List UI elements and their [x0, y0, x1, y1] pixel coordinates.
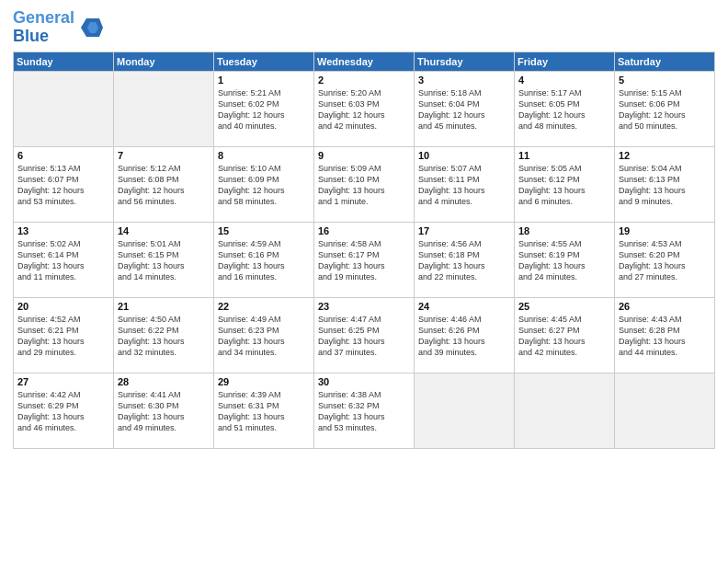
calendar-cell: 14Sunrise: 5:01 AM Sunset: 6:15 PM Dayli…	[114, 222, 214, 297]
cell-info: Sunrise: 4:46 AM Sunset: 6:26 PM Dayligh…	[418, 314, 510, 359]
calendar-cell	[114, 71, 214, 146]
cell-info: Sunrise: 4:55 AM Sunset: 6:19 PM Dayligh…	[518, 238, 610, 283]
calendar-cell: 19Sunrise: 4:53 AM Sunset: 6:20 PM Dayli…	[615, 222, 715, 297]
calendar-cell: 4Sunrise: 5:17 AM Sunset: 6:05 PM Daylig…	[515, 71, 615, 146]
calendar-cell: 5Sunrise: 5:15 AM Sunset: 6:06 PM Daylig…	[615, 71, 715, 146]
cell-info: Sunrise: 4:39 AM Sunset: 6:31 PM Dayligh…	[218, 389, 310, 434]
calendar-cell: 26Sunrise: 4:43 AM Sunset: 6:28 PM Dayli…	[615, 297, 715, 373]
cell-info: Sunrise: 4:58 AM Sunset: 6:17 PM Dayligh…	[318, 238, 410, 283]
calendar-cell: 27Sunrise: 4:42 AM Sunset: 6:29 PM Dayli…	[14, 373, 114, 448]
calendar-cell: 7Sunrise: 5:12 AM Sunset: 6:08 PM Daylig…	[114, 146, 214, 222]
day-number: 3	[418, 75, 510, 86]
day-number: 13	[17, 225, 109, 236]
weekday-header: Tuesday	[214, 52, 314, 71]
day-number: 1	[218, 75, 310, 86]
calendar-cell: 1Sunrise: 5:21 AM Sunset: 6:02 PM Daylig…	[214, 71, 314, 146]
calendar-cell: 9Sunrise: 5:09 AM Sunset: 6:10 PM Daylig…	[314, 146, 415, 222]
day-number: 11	[518, 150, 610, 161]
cell-info: Sunrise: 5:18 AM Sunset: 6:04 PM Dayligh…	[418, 87, 510, 132]
calendar-cell: 24Sunrise: 4:46 AM Sunset: 6:26 PM Dayli…	[415, 297, 515, 373]
header: GeneralBlue	[13, 9, 715, 46]
day-number: 25	[518, 301, 610, 312]
logo: GeneralBlue	[13, 9, 103, 46]
weekday-header: Friday	[515, 52, 615, 71]
calendar-cell: 6Sunrise: 5:13 AM Sunset: 6:07 PM Daylig…	[14, 146, 114, 222]
weekday-header: Saturday	[615, 52, 715, 71]
calendar-cell: 20Sunrise: 4:52 AM Sunset: 6:21 PM Dayli…	[14, 297, 114, 373]
cell-info: Sunrise: 5:02 AM Sunset: 6:14 PM Dayligh…	[17, 238, 109, 283]
day-number: 7	[118, 150, 210, 161]
calendar-cell: 3Sunrise: 5:18 AM Sunset: 6:04 PM Daylig…	[415, 71, 515, 146]
day-number: 17	[418, 225, 510, 236]
calendar-cell: 25Sunrise: 4:45 AM Sunset: 6:27 PM Dayli…	[515, 297, 615, 373]
calendar-table: SundayMondayTuesdayWednesdayThursdayFrid…	[13, 52, 715, 449]
day-number: 14	[118, 225, 210, 236]
day-number: 24	[418, 301, 510, 312]
day-number: 10	[418, 150, 510, 161]
cell-info: Sunrise: 5:09 AM Sunset: 6:10 PM Dayligh…	[318, 163, 410, 208]
cell-info: Sunrise: 4:45 AM Sunset: 6:27 PM Dayligh…	[518, 314, 610, 359]
cell-info: Sunrise: 4:38 AM Sunset: 6:32 PM Dayligh…	[318, 389, 410, 434]
calendar-week-row: 27Sunrise: 4:42 AM Sunset: 6:29 PM Dayli…	[14, 373, 715, 448]
calendar-cell: 29Sunrise: 4:39 AM Sunset: 6:31 PM Dayli…	[214, 373, 314, 448]
calendar-week-row: 13Sunrise: 5:02 AM Sunset: 6:14 PM Dayli…	[14, 222, 715, 297]
calendar-cell: 28Sunrise: 4:41 AM Sunset: 6:30 PM Dayli…	[114, 373, 214, 448]
cell-info: Sunrise: 4:43 AM Sunset: 6:28 PM Dayligh…	[619, 314, 711, 359]
cell-info: Sunrise: 5:21 AM Sunset: 6:02 PM Dayligh…	[218, 87, 310, 132]
weekday-header: Wednesday	[314, 52, 415, 71]
cell-info: Sunrise: 4:47 AM Sunset: 6:25 PM Dayligh…	[318, 314, 410, 359]
calendar-cell: 8Sunrise: 5:10 AM Sunset: 6:09 PM Daylig…	[214, 146, 314, 222]
logo-icon	[77, 15, 103, 40]
calendar-cell: 12Sunrise: 5:04 AM Sunset: 6:13 PM Dayli…	[615, 146, 715, 222]
day-number: 19	[619, 225, 711, 236]
cell-info: Sunrise: 4:53 AM Sunset: 6:20 PM Dayligh…	[619, 238, 711, 283]
day-number: 18	[518, 225, 610, 236]
calendar-cell	[14, 71, 114, 146]
cell-info: Sunrise: 5:10 AM Sunset: 6:09 PM Dayligh…	[218, 163, 310, 208]
day-number: 30	[318, 376, 410, 387]
calendar-cell	[415, 373, 515, 448]
cell-info: Sunrise: 4:49 AM Sunset: 6:23 PM Dayligh…	[218, 314, 310, 359]
weekday-header: Sunday	[14, 52, 114, 71]
cell-info: Sunrise: 4:50 AM Sunset: 6:22 PM Dayligh…	[118, 314, 210, 359]
day-number: 15	[218, 225, 310, 236]
day-number: 22	[218, 301, 310, 312]
cell-info: Sunrise: 5:15 AM Sunset: 6:06 PM Dayligh…	[619, 87, 711, 132]
calendar-cell: 22Sunrise: 4:49 AM Sunset: 6:23 PM Dayli…	[214, 297, 314, 373]
calendar-cell: 23Sunrise: 4:47 AM Sunset: 6:25 PM Dayli…	[314, 297, 415, 373]
calendar-cell: 2Sunrise: 5:20 AM Sunset: 6:03 PM Daylig…	[314, 71, 415, 146]
day-number: 5	[619, 75, 711, 86]
calendar-cell: 10Sunrise: 5:07 AM Sunset: 6:11 PM Dayli…	[415, 146, 515, 222]
calendar-cell: 18Sunrise: 4:55 AM Sunset: 6:19 PM Dayli…	[515, 222, 615, 297]
cell-info: Sunrise: 5:01 AM Sunset: 6:15 PM Dayligh…	[118, 238, 210, 283]
day-number: 4	[518, 75, 610, 86]
day-number: 8	[218, 150, 310, 161]
calendar-cell: 21Sunrise: 4:50 AM Sunset: 6:22 PM Dayli…	[114, 297, 214, 373]
calendar-cell: 15Sunrise: 4:59 AM Sunset: 6:16 PM Dayli…	[214, 222, 314, 297]
calendar-week-row: 20Sunrise: 4:52 AM Sunset: 6:21 PM Dayli…	[14, 297, 715, 373]
page: GeneralBlue SundayMondayTuesdayWednesday…	[0, 0, 728, 563]
day-number: 27	[17, 376, 109, 387]
calendar-cell: 17Sunrise: 4:56 AM Sunset: 6:18 PM Dayli…	[415, 222, 515, 297]
calendar-cell: 13Sunrise: 5:02 AM Sunset: 6:14 PM Dayli…	[14, 222, 114, 297]
day-number: 29	[218, 376, 310, 387]
day-number: 2	[318, 75, 410, 86]
day-number: 26	[619, 301, 711, 312]
cell-info: Sunrise: 5:12 AM Sunset: 6:08 PM Dayligh…	[118, 163, 210, 208]
day-number: 9	[318, 150, 410, 161]
cell-info: Sunrise: 5:05 AM Sunset: 6:12 PM Dayligh…	[518, 163, 610, 208]
calendar-cell	[515, 373, 615, 448]
calendar-week-row: 1Sunrise: 5:21 AM Sunset: 6:02 PM Daylig…	[14, 71, 715, 146]
cell-info: Sunrise: 5:20 AM Sunset: 6:03 PM Dayligh…	[318, 87, 410, 132]
day-number: 6	[17, 150, 109, 161]
calendar-cell: 16Sunrise: 4:58 AM Sunset: 6:17 PM Dayli…	[314, 222, 415, 297]
day-number: 23	[318, 301, 410, 312]
calendar-week-row: 6Sunrise: 5:13 AM Sunset: 6:07 PM Daylig…	[14, 146, 715, 222]
cell-info: Sunrise: 4:56 AM Sunset: 6:18 PM Dayligh…	[418, 238, 510, 283]
cell-info: Sunrise: 5:17 AM Sunset: 6:05 PM Dayligh…	[518, 87, 610, 132]
calendar-cell: 11Sunrise: 5:05 AM Sunset: 6:12 PM Dayli…	[515, 146, 615, 222]
cell-info: Sunrise: 5:13 AM Sunset: 6:07 PM Dayligh…	[17, 163, 109, 208]
cell-info: Sunrise: 4:41 AM Sunset: 6:30 PM Dayligh…	[118, 389, 210, 434]
cell-info: Sunrise: 4:42 AM Sunset: 6:29 PM Dayligh…	[17, 389, 109, 434]
cell-info: Sunrise: 5:07 AM Sunset: 6:11 PM Dayligh…	[418, 163, 510, 208]
